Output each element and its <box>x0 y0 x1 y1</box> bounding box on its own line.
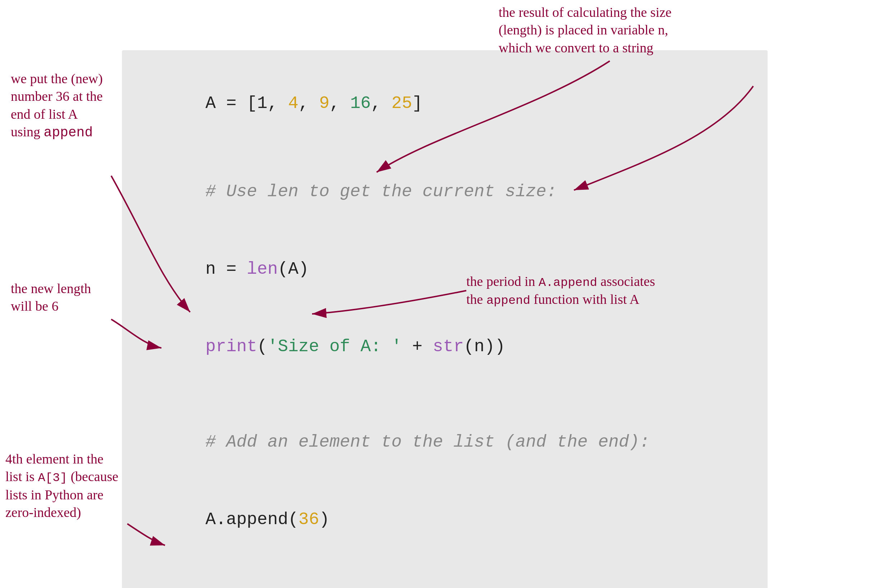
code-line-append: A.append(36) <box>144 481 746 558</box>
annotation-period: the period in A.append associates the ap… <box>466 273 825 309</box>
code-line-comment1: # Use len to get the current size: <box>144 153 746 230</box>
code-block-2: # Add an element to the list (and the en… <box>144 403 746 588</box>
annotation-zero-indexed: 4th element in the list is A[3] (because… <box>5 450 135 521</box>
code-line-a-init: A = [1, 4, 9, 16, 25] <box>144 64 746 142</box>
code-line-comment2: # Add an element to the list (and the en… <box>144 403 746 481</box>
code-line-print1: print('Size of A: ' + str(n)) <box>144 308 746 385</box>
code-block-1: A = [1, 4, 9, 16, 25] # Use len to get t… <box>144 64 746 385</box>
annotation-left-append: we put the (new) number 36 at the end of… <box>11 70 122 142</box>
annotation-new-length: the new length will be 6 <box>11 280 122 315</box>
code-line-n-len2: n = len(A) <box>144 558 746 588</box>
code-area: A = [1, 4, 9, 16, 25] # Use len to get t… <box>122 50 768 588</box>
annotation-top-right: the result of calculating the size (leng… <box>499 4 843 57</box>
